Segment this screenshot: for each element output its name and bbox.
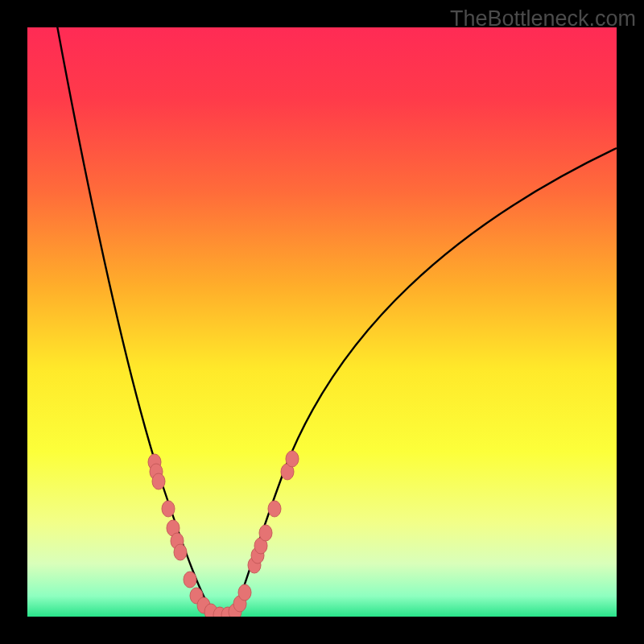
marker-left bbox=[162, 501, 175, 517]
curve-left-curve bbox=[52, 27, 216, 617]
marker-right bbox=[268, 501, 281, 517]
watermark-text: TheBottleneck.com bbox=[450, 6, 636, 31]
plot-area bbox=[27, 27, 617, 617]
curve-right-curve bbox=[233, 148, 617, 617]
marker-right bbox=[238, 584, 251, 601]
marker-right bbox=[259, 525, 272, 541]
marker-left bbox=[152, 473, 165, 489]
marker-left bbox=[174, 544, 187, 560]
marker-left bbox=[184, 572, 196, 588]
marker-right bbox=[286, 451, 299, 467]
curve-layer bbox=[27, 27, 617, 617]
